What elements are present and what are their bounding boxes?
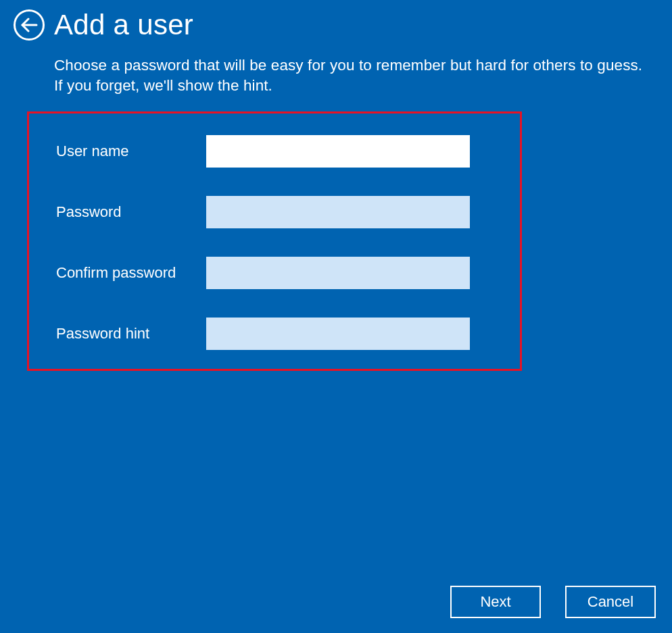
username-input[interactable] (206, 135, 470, 168)
password-row: Password (56, 196, 497, 228)
confirm-password-label: Confirm password (56, 264, 206, 282)
confirm-password-row: Confirm password (56, 257, 497, 289)
username-row: User name (56, 135, 497, 168)
password-input[interactable] (206, 196, 470, 228)
cancel-button[interactable]: Cancel (565, 586, 656, 618)
password-label: Password (56, 203, 206, 221)
next-button[interactable]: Next (450, 586, 541, 618)
page-title: Add a user (54, 11, 193, 39)
username-label: User name (56, 143, 206, 160)
password-hint-input[interactable] (206, 318, 470, 350)
back-button[interactable] (14, 9, 45, 41)
instructions-text: Choose a password that will be easy for … (54, 55, 645, 97)
credentials-form: User name Password Confirm password Pass… (27, 111, 522, 371)
footer-buttons: Next Cancel (450, 586, 656, 618)
arrow-left-icon (20, 18, 38, 32)
password-hint-label: Password hint (56, 325, 206, 343)
password-hint-row: Password hint (56, 318, 497, 350)
confirm-password-input[interactable] (206, 257, 470, 289)
